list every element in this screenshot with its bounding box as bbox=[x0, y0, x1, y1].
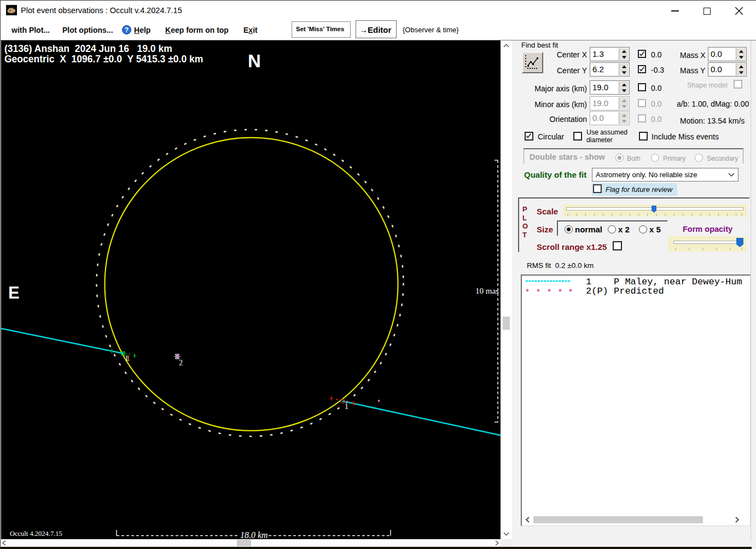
svg-text:18.0 km: 18.0 km bbox=[240, 530, 268, 539]
svg-text:?: ? bbox=[125, 26, 129, 34]
svg-text:2: 2 bbox=[179, 359, 183, 367]
svg-text:Geocentric X 1096.7 ±0.0 Y: Geocentric X 1096.7 ±0.0 Y 5415.3 ±0.0 k… bbox=[4, 54, 203, 65]
svg-text:10 mas: 10 mas bbox=[475, 287, 499, 295]
svg-text:1: 1 bbox=[125, 354, 129, 363]
svg-text:Occult 4.2024.7.15: Occult 4.2024.7.15 bbox=[10, 530, 62, 538]
svg-text:E: E bbox=[8, 283, 20, 302]
svg-text:(3136) Anshan 2024 Jun 16 1: (3136) Anshan 2024 Jun 16 19.0 km bbox=[4, 43, 172, 54]
svg-text:N: N bbox=[248, 51, 261, 71]
svg-text:2(P) Predicted: 2(P) Predicted bbox=[586, 286, 664, 296]
svg-text:1: 1 bbox=[345, 402, 348, 411]
